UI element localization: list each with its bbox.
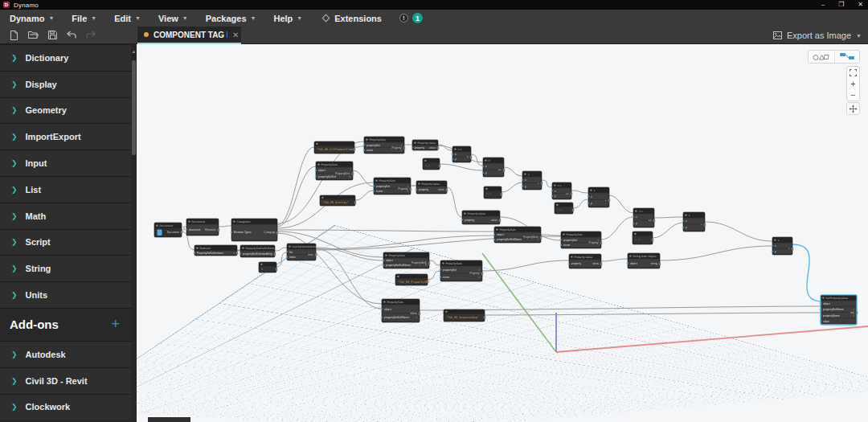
sidebar-item-units[interactable]: ❯Units bbox=[0, 281, 131, 308]
sidebar-scrollbar[interactable]: ▲ bbox=[131, 44, 137, 422]
sidebar-item-clockwork[interactable]: ❯Clockwork bbox=[0, 394, 131, 420]
graph-node[interactable]: ==xy== bbox=[633, 208, 656, 227]
title-bar: D Dynamo – ❐ ✕ bbox=[0, 0, 868, 10]
graph-node[interactable]: ==xy= bbox=[452, 146, 473, 162]
workspace-tab[interactable]: COMPONENT TAG ID… ✕ bbox=[137, 27, 241, 44]
graph-node[interactable]: Property.Valueproperty▾value bbox=[568, 254, 603, 268]
wire bbox=[354, 146, 364, 147]
wire bbox=[705, 222, 772, 241]
fit-view-button[interactable] bbox=[847, 67, 859, 78]
tab-close-icon[interactable]: ✕ bbox=[232, 31, 239, 39]
graph-node[interactable]: " " bbox=[633, 231, 653, 244]
graph-node[interactable]: +xy+ bbox=[522, 171, 543, 190]
graph-node[interactable]: Property.Valuepropertyvalue bbox=[416, 181, 448, 194]
graph-node[interactable]: PropertySetsobjectpropertySetDef▾Propert… bbox=[315, 162, 354, 180]
svg-text:1: 1 bbox=[261, 268, 263, 271]
graph-node[interactable]: SetPropertyValueobjectpropertySetName▾pr… bbox=[820, 295, 858, 325]
graph-node[interactable]: PropertySetspropertySet▾name▾Property bbox=[373, 178, 412, 195]
graph-node[interactable]: CategoriesElement Types▾Category bbox=[231, 219, 279, 241]
graph-node[interactable]: PropertySetDefinitionspropertySetDefinit… bbox=[240, 245, 276, 257]
graph-node[interactable]: "-" bbox=[555, 203, 574, 214]
sidebar-item-string[interactable]: ❯String bbox=[0, 255, 131, 281]
sidebar-item-math[interactable]: ❯Math bbox=[0, 203, 131, 229]
graph-node[interactable]: +xy+ bbox=[682, 212, 706, 231]
minimize-button[interactable]: – bbox=[821, 0, 825, 10]
sidebar-item-importexport[interactable]: ❯ImportExport bbox=[0, 123, 131, 150]
graph-node[interactable]: PropertySetspropertySet▾nameProperty bbox=[560, 231, 603, 248]
graph-node[interactable]: String from Objectobject▾string bbox=[627, 253, 661, 268]
graph-node[interactable]: DocumentdocumentElements bbox=[186, 219, 220, 236]
wire bbox=[541, 235, 561, 236]
graph-node[interactable]: "TAG_MS_SequenceDup" bbox=[444, 309, 485, 322]
sidebar-item-dictionary[interactable]: ❯Dictionary bbox=[0, 44, 131, 71]
sidebar-item-display[interactable]: ❯Display bbox=[0, 71, 131, 97]
geometry-view-toggle[interactable] bbox=[809, 51, 834, 63]
sidebar-item-input[interactable]: ❯Input bbox=[0, 150, 131, 176]
pan-icon bbox=[849, 104, 858, 113]
redo-icon[interactable] bbox=[86, 31, 96, 39]
wire bbox=[355, 191, 374, 200]
graph-node[interactable]: "TAG_MS_Overlay" bbox=[320, 195, 356, 206]
wire bbox=[601, 259, 628, 261]
svg-text:name: name bbox=[376, 190, 383, 193]
graph-node[interactable]: +xy+ bbox=[588, 187, 611, 207]
svg-text:value: value bbox=[823, 320, 829, 323]
graph-node[interactable]: " " bbox=[484, 186, 502, 199]
graph-node[interactable]: List.GetItemAtIndexlistindexitem bbox=[286, 244, 318, 260]
graph-node[interactable]: DocumentDocument bbox=[154, 223, 182, 237]
graph-node[interactable]: PropertySetspropertySet▾name▾Property bbox=[363, 137, 406, 154]
graph-node[interactable] bbox=[148, 417, 190, 422]
svg-text:property: property bbox=[571, 262, 581, 265]
svg-text:PropertySets: PropertySets bbox=[523, 236, 538, 239]
undo-icon[interactable] bbox=[67, 31, 76, 39]
workspace-canvas[interactable]: DocumentDocumentDocumentdocumentElements… bbox=[137, 44, 868, 422]
window-title: Dynamo bbox=[14, 2, 39, 9]
graph-node[interactable]: +xy+ bbox=[772, 237, 794, 255]
svg-text:+: + bbox=[528, 173, 530, 176]
graph-node[interactable]: PropertySetsobjectpropertySetDefName▾Pro… bbox=[383, 252, 431, 268]
sidebar-item-autodesk[interactable]: ❯Autodesk bbox=[0, 341, 131, 367]
svg-text:list: list bbox=[289, 251, 293, 254]
graph-node[interactable]: PropertySetsobjectpropertySetDefName▾Pro… bbox=[493, 227, 542, 243]
graph-node[interactable]: Property.Valuepropertyvalue bbox=[411, 140, 440, 150]
menu-item-packages[interactable]: Packages▼ bbox=[206, 14, 256, 23]
scrollbar-up-icon[interactable]: ▲ bbox=[131, 49, 137, 54]
menu-item-dynamo[interactable]: Dynamo▼ bbox=[10, 14, 54, 23]
graph-node[interactable]: Ifxy== bbox=[482, 158, 506, 177]
addons-title: Add-ons bbox=[10, 318, 111, 331]
scrollbar-thumb[interactable] bbox=[132, 60, 136, 155]
sidebar-item-civil-3d-revit[interactable]: ❯Civil 3D - Revit bbox=[0, 367, 131, 394]
alert-icon[interactable]: ! bbox=[399, 14, 408, 23]
pan-button[interactable] bbox=[846, 102, 860, 115]
sidebar-item-geometry[interactable]: ❯Geometry bbox=[0, 97, 131, 124]
add-package-button[interactable]: + bbox=[111, 316, 120, 333]
export-as-image-button[interactable]: Export as Image ▼ bbox=[773, 27, 862, 44]
svg-text:object: object bbox=[823, 302, 830, 305]
open-folder-icon[interactable] bbox=[28, 31, 39, 39]
graph-node[interactable]: ==xy== bbox=[551, 182, 573, 199]
menu-item-view[interactable]: View▼ bbox=[158, 14, 188, 23]
zoom-out-button[interactable]: − bbox=[847, 89, 859, 100]
graph-node[interactable]: "TAG_MS_AllElementItems" bbox=[314, 141, 356, 154]
graph-node[interactable]: Property.Valuepropertyvalue bbox=[461, 211, 502, 224]
graph-view-toggle[interactable] bbox=[834, 51, 859, 63]
graph-node[interactable]: PropertySetspropertySet▾name▾Property bbox=[440, 260, 484, 281]
graph-node[interactable]: PropertySetsobjectpropertySetDefName▾Val… bbox=[381, 299, 421, 322]
menu-extensions[interactable]: Extensions bbox=[323, 14, 382, 23]
save-icon[interactable] bbox=[48, 31, 57, 39]
sidebar-item-script[interactable]: ❯Script bbox=[0, 229, 131, 256]
new-file-icon[interactable] bbox=[10, 31, 18, 40]
graph-node[interactable]: 1 bbox=[259, 262, 277, 272]
zoom-in-button[interactable]: + bbox=[847, 78, 859, 89]
menu-item-help[interactable]: Help▼ bbox=[273, 14, 302, 23]
maximize-button[interactable]: ❐ bbox=[838, 0, 844, 10]
graph-node[interactable]: "-" bbox=[423, 158, 440, 170]
close-button[interactable]: ✕ bbox=[858, 0, 863, 10]
menu-item-file[interactable]: File▼ bbox=[72, 14, 96, 23]
graph-node[interactable]: ElementPropertySetDefinitions▾ bbox=[194, 245, 239, 256]
menu-item-edit[interactable]: Edit▼ bbox=[114, 14, 141, 23]
sidebar-item-list[interactable]: ❯List bbox=[0, 176, 131, 203]
notification-badge[interactable]: 1 bbox=[412, 13, 423, 23]
graph-node[interactable]: "TAG_MS_PropertySet" bbox=[395, 274, 431, 285]
svg-text:Document: Document bbox=[192, 220, 206, 223]
